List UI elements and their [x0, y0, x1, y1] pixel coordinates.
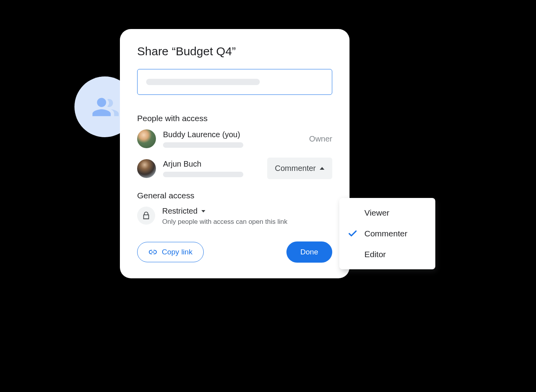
access-mode-label: Restricted — [162, 207, 197, 216]
person-row: Buddy Laurence (you) Owner — [137, 129, 332, 148]
copy-link-button[interactable]: Copy link — [137, 242, 204, 262]
share-dialog: Share “Budget Q4” People with access Bud… — [120, 29, 349, 278]
people-group-icon — [91, 93, 119, 121]
general-access-row: Restricted Only people with access can o… — [137, 207, 332, 226]
person-info: Arjun Buch — [163, 160, 260, 177]
person-email-skeleton — [163, 142, 243, 148]
input-placeholder-skeleton — [146, 79, 260, 85]
link-icon — [148, 248, 157, 256]
person-name: Arjun Buch — [163, 160, 260, 169]
general-access-header: General access — [137, 191, 332, 200]
person-name: Buddy Laurence (you) — [163, 130, 302, 139]
role-option-viewer[interactable]: Viewer — [339, 203, 435, 223]
caret-down-icon — [201, 210, 205, 212]
caret-up-icon — [320, 167, 324, 170]
role-option-label: Commenter — [364, 229, 407, 238]
person-row: Arjun Buch Commenter — [137, 158, 332, 179]
role-dropdown-menu: Viewer Commenter Editor — [339, 198, 435, 269]
person-email-skeleton — [163, 172, 243, 177]
role-dropdown-label: Commenter — [275, 164, 316, 173]
people-access-header: People with access — [137, 114, 332, 123]
avatar — [137, 129, 156, 148]
check-icon — [348, 229, 358, 239]
dialog-title: Share “Budget Q4” — [137, 45, 332, 58]
role-option-commenter[interactable]: Commenter — [339, 223, 435, 244]
add-people-input[interactable] — [137, 69, 332, 95]
copy-link-label: Copy link — [162, 248, 192, 256]
check-slot — [347, 229, 358, 239]
person-info: Buddy Laurence (you) — [163, 130, 302, 148]
access-mode-dropdown[interactable]: Restricted — [162, 207, 332, 216]
lock-icon-circle — [137, 207, 155, 225]
dialog-footer: Copy link Done — [137, 241, 332, 263]
role-option-label: Viewer — [364, 208, 389, 218]
role-dropdown-button[interactable]: Commenter — [267, 158, 332, 179]
person-role-label: Owner — [309, 134, 332, 143]
access-mode-description: Only people with access can open this li… — [162, 218, 332, 226]
lock-icon — [142, 211, 150, 220]
role-option-label: Editor — [364, 250, 386, 259]
role-option-editor[interactable]: Editor — [339, 244, 435, 265]
done-button[interactable]: Done — [286, 241, 332, 263]
avatar — [137, 159, 156, 178]
